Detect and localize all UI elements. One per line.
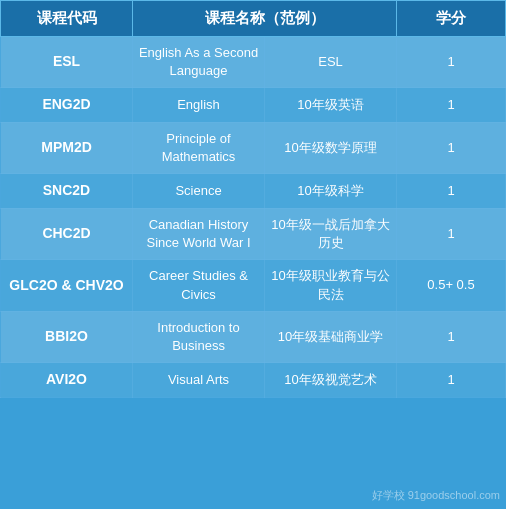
cell-name-en: Introduction to Business: [133, 311, 265, 362]
course-table: 课程代码 课程名称（范例） 学分 ESLEnglish As a Second …: [0, 0, 506, 398]
cell-name-cn: 10年级视觉艺术: [265, 363, 397, 398]
watermark: 好学校 91goodschool.com: [372, 488, 500, 503]
cell-credit: 1: [397, 363, 506, 398]
cell-credit: 1: [397, 88, 506, 123]
cell-name-cn: 10年级职业教育与公民法: [265, 260, 397, 311]
table-row: ESLEnglish As a Second LanguageESL1: [1, 37, 506, 88]
cell-name-cn: 10年级一战后加拿大历史: [265, 208, 397, 259]
header-name: 课程名称（范例）: [133, 1, 397, 37]
cell-credit: 1: [397, 208, 506, 259]
cell-code: GLC2O & CHV2O: [1, 260, 133, 311]
table-body: ESLEnglish As a Second LanguageESL1ENG2D…: [1, 37, 506, 398]
cell-code: ESL: [1, 37, 133, 88]
cell-credit: 1: [397, 174, 506, 209]
table-row: BBI2OIntroduction to Business10年级基础商业学1: [1, 311, 506, 362]
cell-name-en: Canadian History Since World War I: [133, 208, 265, 259]
cell-code: MPM2D: [1, 122, 133, 173]
cell-name-cn: 10年级科学: [265, 174, 397, 209]
cell-name-cn: 10年级数学原理: [265, 122, 397, 173]
cell-name-en: Career Studies & Civics: [133, 260, 265, 311]
main-container: 课程代码 课程名称（范例） 学分 ESLEnglish As a Second …: [0, 0, 506, 509]
table-header-row: 课程代码 课程名称（范例） 学分: [1, 1, 506, 37]
cell-credit: 1: [397, 311, 506, 362]
cell-credit: 1: [397, 122, 506, 173]
cell-name-en: Visual Arts: [133, 363, 265, 398]
cell-name-cn: 10年级基础商业学: [265, 311, 397, 362]
cell-credit: 0.5+ 0.5: [397, 260, 506, 311]
cell-name-en: Science: [133, 174, 265, 209]
table-row: ENG2DEnglish10年级英语1: [1, 88, 506, 123]
table-row: SNC2DScience10年级科学1: [1, 174, 506, 209]
cell-name-en: English As a Second Language: [133, 37, 265, 88]
table-row: MPM2DPrinciple of Mathematics10年级数学原理1: [1, 122, 506, 173]
cell-name-en: English: [133, 88, 265, 123]
cell-name-cn: ESL: [265, 37, 397, 88]
cell-code: BBI2O: [1, 311, 133, 362]
cell-code: CHC2D: [1, 208, 133, 259]
table-row: GLC2O & CHV2OCareer Studies & Civics10年级…: [1, 260, 506, 311]
header-credit: 学分: [397, 1, 506, 37]
cell-code: ENG2D: [1, 88, 133, 123]
header-code: 课程代码: [1, 1, 133, 37]
cell-credit: 1: [397, 37, 506, 88]
table-row: AVI2OVisual Arts10年级视觉艺术1: [1, 363, 506, 398]
cell-name-en: Principle of Mathematics: [133, 122, 265, 173]
cell-code: SNC2D: [1, 174, 133, 209]
cell-name-cn: 10年级英语: [265, 88, 397, 123]
cell-code: AVI2O: [1, 363, 133, 398]
table-row: CHC2DCanadian History Since World War I1…: [1, 208, 506, 259]
